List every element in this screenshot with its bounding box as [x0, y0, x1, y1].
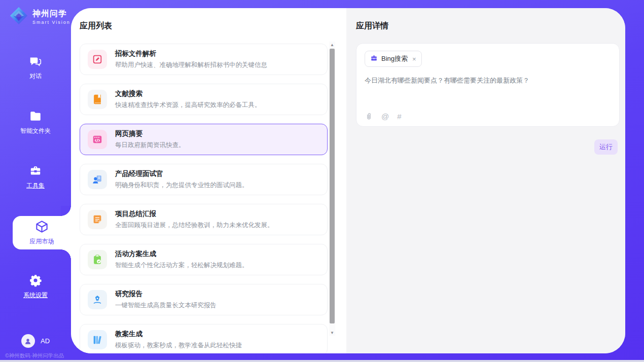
app-window: 神州问学 Smart Vision 对话 智能文件夹 工具集: [0, 0, 644, 362]
sidebar-nav-item[interactable]: 应用市场: [13, 216, 71, 249]
sidebar-nav-label: 工具集: [26, 182, 45, 190]
app-card-description: 模板驱动，教案秒成，教学准备从此轻松快捷: [115, 341, 242, 350]
browser-code-icon: [88, 130, 107, 149]
app-card-description: 一键智能生成高质量长文本研究报告: [115, 301, 217, 310]
app-card-description: 全面回顾项目进展，总结经验教训，助力未来优化发展。: [115, 221, 274, 230]
app-card-name: 产品经理面试官: [115, 169, 248, 178]
scrollbar-down-arrow-icon[interactable]: ▼: [329, 330, 335, 336]
briefcase-icon: [370, 54, 378, 64]
app-card-description: 智能生成个性化活动方案，轻松解决规划难题。: [115, 261, 248, 270]
app-card-description: 每日政府新闻资讯快查。: [115, 141, 185, 150]
sidebar-nav-label: 对话: [29, 72, 42, 81]
app-card[interactable]: 产品经理面试官 明确身份和职责，为您提供专业性的面试问题。: [80, 164, 328, 195]
app-card-description: 明确身份和职责，为您提供专业性的面试问题。: [115, 181, 248, 190]
sidebar-nav: 对话 智能文件夹 工具集 应用市场: [0, 52, 71, 325]
app-card[interactable]: 文献搜索 快速精准查找学术资源，提高研究效率的必备工具。: [80, 84, 328, 115]
tag-close-icon[interactable]: ×: [412, 55, 416, 63]
app-card[interactable]: 研究报告 一键智能生成高质量长文本研究报告: [80, 284, 328, 315]
prompt-card: Bing搜索 × 今日湖北有哪些新闻要点？有哪些需要关注的最新政策？ @ #: [356, 43, 620, 127]
book-icon: [88, 90, 107, 109]
app-logo: 神州问学 Smart Vision: [9, 6, 70, 27]
bottom-divider: [0, 360, 644, 362]
app-card-name: 活动方案生成: [115, 249, 248, 259]
scrollbar-up-arrow-icon[interactable]: ▲: [329, 42, 335, 48]
user-account[interactable]: AD: [0, 334, 71, 348]
app-card-name: 网页摘要: [115, 129, 185, 138]
app-list-title: 应用列表: [80, 21, 346, 31]
app-card-name: 项目总结汇报: [115, 209, 274, 219]
topic-icon[interactable]: #: [397, 112, 401, 121]
logo-title: 神州问学: [32, 9, 70, 19]
logo-subtitle: Smart Vision: [32, 20, 70, 25]
interviewer-icon: [88, 170, 107, 189]
cube-icon: [35, 220, 49, 234]
app-card-name: 文献搜索: [115, 89, 261, 98]
app-card[interactable]: 项目总结汇报 全面回顾项目进展，总结经验教训，助力未来优化发展。: [80, 204, 328, 235]
app-detail-panel: 应用详情 Bing搜索 × 今日湖北有哪些新闻要点？有哪些需要关注的最新政策？: [346, 8, 625, 353]
diamond-logo-icon: [9, 6, 28, 27]
attachment-toolbar: @ #: [365, 112, 402, 121]
app-card-name: 研究报告: [115, 289, 217, 299]
sidebar-nav-label: 智能文件夹: [20, 127, 51, 135]
user-name: AD: [41, 337, 50, 345]
prompt-input[interactable]: 今日湖北有哪些新闻要点？有哪些需要关注的最新政策？: [365, 76, 608, 86]
main-content: 应用列表 招标文件解析 帮助用户快速、准确地理解和解析招标书中的关键信息: [71, 8, 625, 353]
app-card-name: 教案生成: [115, 330, 242, 339]
app-card-name: 招标文件解析: [115, 49, 267, 58]
paperclip-icon[interactable]: [365, 112, 373, 121]
app-card[interactable]: 网页摘要 每日政府新闻资讯快查。: [80, 124, 328, 155]
mention-icon[interactable]: @: [381, 112, 389, 121]
folder-icon: [29, 110, 43, 123]
note-icon: [88, 210, 107, 229]
chat-icon: [29, 55, 43, 68]
app-card[interactable]: 教案生成 模板驱动，教案秒成，教学准备从此轻松快捷: [80, 324, 328, 353]
app-card[interactable]: 招标文件解析 帮助用户快速、准确地理解和解析招标书中的关键信息: [80, 44, 328, 75]
sidebar-nav-item[interactable]: 对话: [0, 52, 71, 83]
sidebar: 神州问学 Smart Vision 对话 智能文件夹 工具集: [0, 0, 71, 362]
books-icon: [88, 330, 107, 349]
app-detail-title: 应用详情: [356, 21, 625, 31]
tool-tag-bing-search[interactable]: Bing搜索 ×: [365, 51, 422, 67]
pen-square-icon: [88, 50, 107, 69]
app-card-list: 招标文件解析 帮助用户快速、准确地理解和解析招标书中的关键信息 文献搜索 快速精…: [80, 44, 346, 353]
scrollbar[interactable]: ▲ ▼: [329, 42, 335, 336]
run-button[interactable]: 运行: [594, 139, 618, 155]
sidebar-nav-label: 系统设置: [23, 291, 48, 300]
ink-pen-icon: [88, 290, 107, 309]
logo-text: 神州问学 Smart Vision: [32, 9, 70, 25]
user-avatar-icon: [21, 334, 35, 348]
toolbox-icon: [29, 164, 43, 178]
sidebar-nav-label: 应用市场: [30, 237, 54, 246]
sidebar-nav-item[interactable]: 系统设置: [0, 271, 71, 302]
app-card-description: 帮助用户快速、准确地理解和解析招标书中的关键信息: [115, 61, 267, 69]
copyright-text: ©神州数码·神州问学出品: [5, 352, 64, 359]
app-card-description: 快速精准查找学术资源，提高研究效率的必备工具。: [115, 101, 261, 110]
scrollbar-thumb[interactable]: [330, 49, 335, 323]
gear-icon: [29, 274, 43, 287]
sidebar-nav-item[interactable]: 智能文件夹: [0, 106, 71, 138]
app-list-panel: 应用列表 招标文件解析 帮助用户快速、准确地理解和解析招标书中的关键信息: [71, 8, 346, 353]
clipboard-check-icon: [88, 250, 107, 269]
tool-tag-label: Bing搜索: [381, 54, 408, 63]
app-card[interactable]: 活动方案生成 智能生成个性化活动方案，轻松解决规划难题。: [80, 244, 328, 275]
sidebar-nav-item[interactable]: 工具集: [0, 161, 71, 193]
